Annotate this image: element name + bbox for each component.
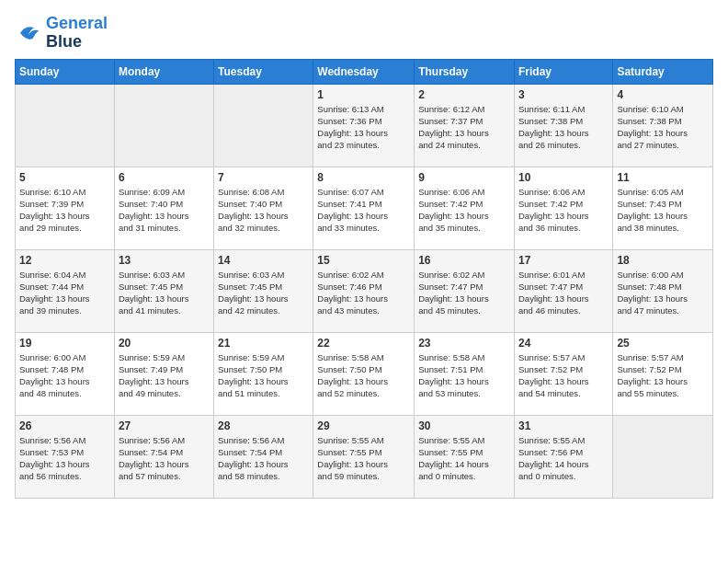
- calendar-cell: 8Sunrise: 6:07 AM Sunset: 7:41 PM Daylig…: [313, 167, 415, 249]
- calendar-cell: 22Sunrise: 5:58 AM Sunset: 7:50 PM Dayli…: [313, 332, 415, 415]
- day-number: 26: [19, 419, 110, 432]
- calendar-cell: 26Sunrise: 5:56 AM Sunset: 7:53 PM Dayli…: [16, 415, 115, 498]
- day-info: Sunrise: 6:11 AM Sunset: 7:38 PM Dayligh…: [518, 103, 609, 152]
- day-info: Sunrise: 6:02 AM Sunset: 7:47 PM Dayligh…: [418, 269, 510, 317]
- calendar-cell: 4Sunrise: 6:10 AM Sunset: 7:38 PM Daylig…: [613, 84, 713, 167]
- column-header-wednesday: Wednesday: [313, 59, 415, 84]
- day-number: 5: [19, 171, 110, 184]
- calendar-cell: 15Sunrise: 6:02 AM Sunset: 7:46 PM Dayli…: [313, 249, 415, 332]
- day-number: 15: [317, 254, 410, 267]
- day-info: Sunrise: 6:06 AM Sunset: 7:42 PM Dayligh…: [518, 186, 609, 235]
- day-info: Sunrise: 6:00 AM Sunset: 7:48 PM Dayligh…: [19, 351, 110, 400]
- calendar-cell: 10Sunrise: 6:06 AM Sunset: 7:42 PM Dayli…: [514, 167, 612, 249]
- calendar-cell: 23Sunrise: 5:58 AM Sunset: 7:51 PM Dayli…: [415, 332, 515, 415]
- calendar-cell: 2Sunrise: 6:12 AM Sunset: 7:37 PM Daylig…: [415, 84, 515, 167]
- day-number: 22: [317, 337, 410, 350]
- calendar-cell: [16, 84, 115, 167]
- day-info: Sunrise: 6:03 AM Sunset: 7:45 PM Dayligh…: [218, 269, 309, 317]
- day-info: Sunrise: 5:55 AM Sunset: 7:55 PM Dayligh…: [418, 434, 510, 483]
- week-row-5: 26Sunrise: 5:56 AM Sunset: 7:53 PM Dayli…: [16, 415, 713, 498]
- day-info: Sunrise: 5:57 AM Sunset: 7:52 PM Dayligh…: [617, 351, 709, 400]
- week-row-2: 5Sunrise: 6:10 AM Sunset: 7:39 PM Daylig…: [16, 167, 713, 249]
- day-number: 6: [119, 171, 210, 184]
- day-info: Sunrise: 5:56 AM Sunset: 7:54 PM Dayligh…: [218, 434, 309, 483]
- day-number: 16: [418, 254, 510, 267]
- calendar-cell: 11Sunrise: 6:05 AM Sunset: 7:43 PM Dayli…: [613, 167, 713, 249]
- calendar-cell: 25Sunrise: 5:57 AM Sunset: 7:52 PM Dayli…: [613, 332, 713, 415]
- calendar-body: 1Sunrise: 6:13 AM Sunset: 7:36 PM Daylig…: [16, 84, 713, 498]
- page-header: General Blue: [15, 15, 713, 52]
- week-row-4: 19Sunrise: 6:00 AM Sunset: 7:48 PM Dayli…: [16, 332, 713, 415]
- day-info: Sunrise: 5:56 AM Sunset: 7:53 PM Dayligh…: [19, 434, 110, 483]
- calendar-cell: 29Sunrise: 5:55 AM Sunset: 7:55 PM Dayli…: [313, 415, 415, 498]
- calendar-cell: 6Sunrise: 6:09 AM Sunset: 7:40 PM Daylig…: [114, 167, 213, 249]
- day-info: Sunrise: 6:02 AM Sunset: 7:46 PM Dayligh…: [317, 269, 410, 317]
- calendar-cell: 24Sunrise: 5:57 AM Sunset: 7:52 PM Dayli…: [514, 332, 612, 415]
- column-header-saturday: Saturday: [613, 59, 713, 84]
- day-number: 1: [317, 88, 410, 101]
- day-number: 17: [518, 254, 609, 267]
- calendar-cell: 31Sunrise: 5:55 AM Sunset: 7:56 PM Dayli…: [514, 415, 612, 498]
- day-number: 4: [617, 88, 709, 101]
- day-number: 28: [218, 419, 309, 432]
- day-info: Sunrise: 5:56 AM Sunset: 7:54 PM Dayligh…: [119, 434, 210, 483]
- day-number: 21: [218, 337, 309, 350]
- calendar-header-row: SundayMondayTuesdayWednesdayThursdayFrid…: [16, 59, 713, 84]
- day-number: 9: [418, 171, 510, 184]
- calendar-cell: 13Sunrise: 6:03 AM Sunset: 7:45 PM Dayli…: [114, 249, 213, 332]
- day-info: Sunrise: 6:07 AM Sunset: 7:41 PM Dayligh…: [317, 186, 410, 235]
- calendar-cell: 20Sunrise: 5:59 AM Sunset: 7:49 PM Dayli…: [114, 332, 213, 415]
- day-info: Sunrise: 6:04 AM Sunset: 7:44 PM Dayligh…: [19, 269, 110, 317]
- day-info: Sunrise: 6:12 AM Sunset: 7:37 PM Dayligh…: [418, 103, 510, 152]
- day-info: Sunrise: 6:08 AM Sunset: 7:40 PM Dayligh…: [218, 186, 309, 235]
- day-number: 24: [518, 337, 609, 350]
- day-info: Sunrise: 6:01 AM Sunset: 7:47 PM Dayligh…: [518, 269, 609, 317]
- day-number: 20: [119, 337, 210, 350]
- day-number: 11: [617, 171, 709, 184]
- calendar-cell: 16Sunrise: 6:02 AM Sunset: 7:47 PM Dayli…: [415, 249, 515, 332]
- calendar-cell: [114, 84, 213, 167]
- day-number: 14: [218, 254, 309, 267]
- day-number: 12: [19, 254, 110, 267]
- logo-icon: [15, 19, 42, 47]
- calendar-cell: [613, 415, 713, 498]
- column-header-sunday: Sunday: [16, 59, 115, 84]
- day-info: Sunrise: 6:10 AM Sunset: 7:39 PM Dayligh…: [19, 186, 110, 235]
- day-info: Sunrise: 6:09 AM Sunset: 7:40 PM Dayligh…: [119, 186, 210, 235]
- calendar-cell: 3Sunrise: 6:11 AM Sunset: 7:38 PM Daylig…: [514, 84, 612, 167]
- day-number: 25: [617, 337, 709, 350]
- column-header-tuesday: Tuesday: [214, 59, 313, 84]
- week-row-3: 12Sunrise: 6:04 AM Sunset: 7:44 PM Dayli…: [16, 249, 713, 332]
- calendar-cell: 28Sunrise: 5:56 AM Sunset: 7:54 PM Dayli…: [214, 415, 313, 498]
- calendar-cell: 18Sunrise: 6:00 AM Sunset: 7:48 PM Dayli…: [613, 249, 713, 332]
- calendar-cell: 9Sunrise: 6:06 AM Sunset: 7:42 PM Daylig…: [415, 167, 515, 249]
- calendar-cell: 21Sunrise: 5:59 AM Sunset: 7:50 PM Dayli…: [214, 332, 313, 415]
- day-number: 3: [518, 88, 609, 101]
- day-info: Sunrise: 5:55 AM Sunset: 7:56 PM Dayligh…: [518, 434, 609, 483]
- day-info: Sunrise: 5:57 AM Sunset: 7:52 PM Dayligh…: [518, 351, 609, 400]
- calendar-cell: 30Sunrise: 5:55 AM Sunset: 7:55 PM Dayli…: [415, 415, 515, 498]
- day-number: 27: [119, 419, 210, 432]
- day-number: 8: [317, 171, 410, 184]
- calendar-cell: 5Sunrise: 6:10 AM Sunset: 7:39 PM Daylig…: [16, 167, 115, 249]
- calendar-cell: 19Sunrise: 6:00 AM Sunset: 7:48 PM Dayli…: [16, 332, 115, 415]
- calendar-cell: 1Sunrise: 6:13 AM Sunset: 7:36 PM Daylig…: [313, 84, 415, 167]
- day-number: 19: [19, 337, 110, 350]
- column-header-monday: Monday: [114, 59, 213, 84]
- column-header-friday: Friday: [514, 59, 612, 84]
- day-number: 23: [418, 337, 510, 350]
- day-info: Sunrise: 6:06 AM Sunset: 7:42 PM Dayligh…: [418, 186, 510, 235]
- day-number: 29: [317, 419, 410, 432]
- day-info: Sunrise: 5:55 AM Sunset: 7:55 PM Dayligh…: [317, 434, 410, 483]
- day-info: Sunrise: 6:03 AM Sunset: 7:45 PM Dayligh…: [119, 269, 210, 317]
- day-info: Sunrise: 5:59 AM Sunset: 7:50 PM Dayligh…: [218, 351, 309, 400]
- day-info: Sunrise: 5:58 AM Sunset: 7:50 PM Dayligh…: [317, 351, 410, 400]
- day-info: Sunrise: 5:58 AM Sunset: 7:51 PM Dayligh…: [418, 351, 510, 400]
- column-header-thursday: Thursday: [415, 59, 515, 84]
- calendar-cell: 7Sunrise: 6:08 AM Sunset: 7:40 PM Daylig…: [214, 167, 313, 249]
- day-number: 10: [518, 171, 609, 184]
- week-row-1: 1Sunrise: 6:13 AM Sunset: 7:36 PM Daylig…: [16, 84, 713, 167]
- day-number: 31: [518, 419, 609, 432]
- calendar-cell: 17Sunrise: 6:01 AM Sunset: 7:47 PM Dayli…: [514, 249, 612, 332]
- logo-text: General: [46, 15, 108, 33]
